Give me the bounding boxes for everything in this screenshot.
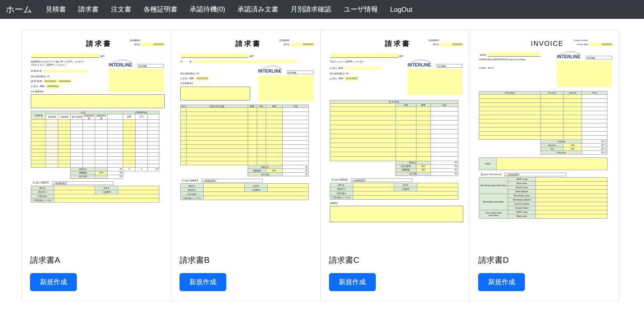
totals-table-c: 税抜合計 ¥0 支払手数料 10% ¥0 消費税額 10% ¥0 合計金額 ¥0 [396, 161, 458, 176]
empty-cell [541, 119, 564, 123]
nav-monthly-billing[interactable]: 月別請求確認 [285, 5, 338, 14]
empty-cell [282, 141, 308, 145]
beneficiary-name-field [536, 194, 607, 198]
empty-cell [108, 141, 123, 145]
empty-cell [266, 149, 282, 153]
empty-cell [148, 123, 159, 127]
table-row [330, 156, 458, 161]
tax-amount: JPY 0 [582, 147, 607, 150]
notes-field [497, 157, 607, 170]
empty-cell [282, 124, 308, 128]
empty-cell [248, 124, 257, 128]
empty-cell [396, 152, 416, 156]
empty-cell [186, 157, 248, 161]
empty-cell [430, 111, 458, 116]
empty-cell [58, 119, 71, 123]
grand-label: Total price [541, 150, 582, 154]
empty-cell [282, 108, 308, 112]
empty-cell [266, 153, 282, 157]
empty-cell [31, 119, 46, 123]
table-row [479, 115, 607, 119]
empty-cell [479, 135, 541, 139]
table-row [479, 127, 607, 131]
empty-cell [83, 127, 95, 130]
interline-logo: INTERLINE [407, 62, 435, 68]
empty-cell [136, 156, 148, 160]
empty-cell [31, 145, 46, 149]
invoice-preview-b: 請求書 請求書番号: 発行日:2022/03/20 御中 件 名: 合計金額(税… [171, 30, 320, 248]
empty-cell [31, 141, 46, 145]
empty-cell [148, 127, 159, 130]
bank-account-select: 口座情報選択 [351, 178, 412, 182]
recipient-suffix: 御中 [399, 55, 404, 58]
tax-label: 消費税額 [71, 171, 95, 175]
empty-cell [416, 134, 430, 138]
empty-cell [396, 107, 416, 111]
empty-cell [479, 119, 541, 123]
template-card-c: 請求書 請求書番号: 発行日:2022/03/20 御中 下記のとおりご請求申し… [321, 30, 470, 301]
create-button-b[interactable]: 新規作成 [179, 273, 226, 291]
create-button-d[interactable]: 新規作成 [478, 273, 525, 291]
empty-cell [180, 149, 186, 153]
table-row: - [31, 123, 159, 127]
empty-cell [71, 153, 83, 156]
empty-cell [148, 138, 159, 141]
col-base-hours: 基準時間 [46, 114, 58, 119]
table-row [479, 103, 607, 107]
template-label-c: 請求書C [329, 255, 462, 266]
empty-cell [83, 123, 95, 127]
nav-approved-docs[interactable]: 承認済み文書 [231, 5, 284, 14]
account-number-label: Account number [508, 202, 536, 206]
details-banner: 請 求 明 細 [330, 100, 458, 104]
nav-invoices[interactable]: 請求書 [72, 5, 105, 14]
totals-table-b: 金額合計 ¥0 消費税額 10% ¥0 合計金額 ¥0 [248, 165, 309, 176]
empty-cell [180, 145, 186, 149]
empty-cell [186, 108, 248, 112]
issue-date-label: 発行日: [283, 43, 290, 46]
nav-approval-pending[interactable]: 承認待機(0) [184, 5, 231, 14]
sum-label: 金額合計 [248, 165, 282, 169]
sum-amount: ¥0 [108, 167, 123, 171]
col-description [330, 103, 396, 107]
account-no-label: 口座番号 [394, 187, 417, 191]
branch-name-field [536, 185, 607, 189]
bank-info-table: 銀行名 支店名 預金区分 口座番号 口座名義人 口座名義人ふりがな [180, 183, 309, 200]
empty-cell [330, 134, 396, 138]
empty-cell [123, 160, 136, 164]
logo-arcs-icon [558, 50, 583, 55]
empty-cell [330, 129, 396, 134]
empty-cell [479, 123, 541, 127]
empty-cell [186, 141, 248, 145]
empty-cell [582, 127, 607, 131]
branch-name-label: 支店名 [244, 184, 267, 188]
intermediary-bank-name-field [536, 214, 607, 218]
empty-cell [71, 141, 83, 145]
nav-user-info[interactable]: ユーザ情報 [338, 5, 384, 14]
empty-cell [396, 138, 416, 143]
empty-cell [266, 124, 282, 128]
empty-cell [582, 135, 607, 139]
nav-home[interactable]: ホーム [6, 4, 32, 15]
invoice-no-label: 請求書番号: [429, 39, 439, 42]
preview-c-columns: 下記のとおりご請求申し上げます。 お支払い条件: 合計金額(税込): ¥0 お支… [330, 59, 464, 95]
nav-logout[interactable]: LogOut [384, 6, 419, 14]
col-work-hours: 作業時間 [58, 114, 71, 119]
preview-c-header: 請求書 請求書番号: 発行日:2022/03/20 [330, 38, 464, 51]
nav-certificates[interactable]: 各種証明書 [137, 5, 184, 14]
empty-cell [416, 129, 430, 134]
branch-name-label: Branch name [508, 185, 536, 189]
empty-cell [430, 134, 458, 138]
empty-cell [123, 156, 136, 160]
nav-orders[interactable]: 注文書 [105, 5, 138, 14]
deposit-type-field [54, 190, 95, 194]
create-button-c[interactable]: 新規作成 [329, 273, 376, 291]
empty-cell [396, 129, 416, 134]
create-button-a[interactable]: 新規作成 [30, 273, 77, 291]
preview-b-left: 合計金額(税込): ¥0 お支払い期限:2022/03/20 ※注意事項※ [180, 66, 253, 103]
grand-amount: ¥0 [430, 172, 458, 176]
nav-quotes[interactable]: 見積書 [39, 5, 72, 14]
remarks-field [330, 206, 464, 222]
empty-cell [108, 130, 123, 134]
account-no-field [267, 188, 308, 192]
empty-cell [257, 116, 266, 120]
